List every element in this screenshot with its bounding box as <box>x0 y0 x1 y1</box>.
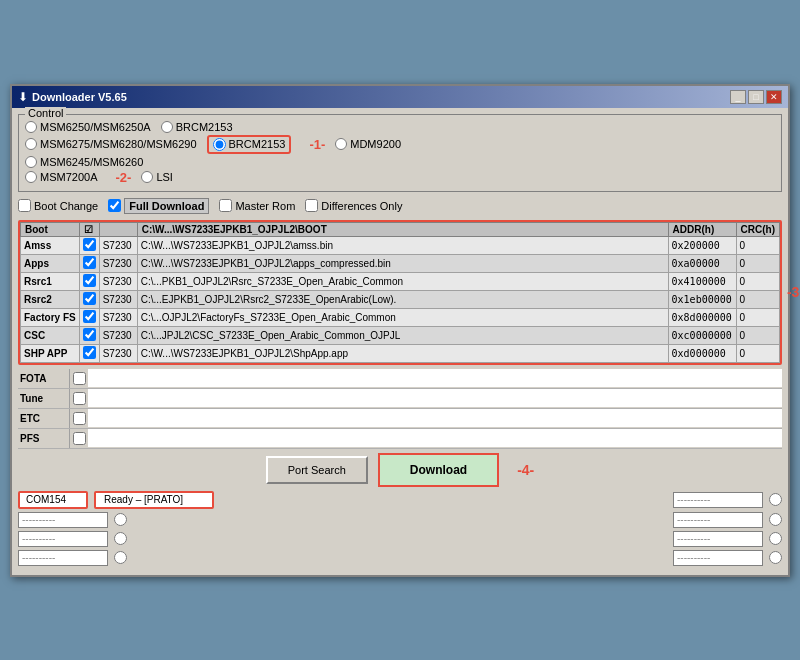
etc-input[interactable] <box>88 409 319 427</box>
full-download-checkbox[interactable] <box>108 199 121 212</box>
row-shpapp-name: SHP APP <box>21 344 80 362</box>
boot-change-checkbox[interactable] <box>18 199 31 212</box>
differences-only-checkbox[interactable] <box>305 199 318 212</box>
row-shpapp-check[interactable] <box>79 344 99 362</box>
radio-brcm1-input[interactable] <box>161 121 173 133</box>
fota-label: FOTA <box>18 369 70 388</box>
row-csc-name: CSC <box>21 326 80 344</box>
minimize-button[interactable]: _ <box>730 90 746 104</box>
row-rsrc1-path: C:\...PKB1_OJPJL2\Rsrc_S7233E_Open_Arabi… <box>137 272 668 290</box>
status-radio-left-4[interactable] <box>114 551 127 564</box>
table-row: Rsrc2 S7230 C:\...EJPKB1_OJPJL2\Rsrc2_S7… <box>21 290 780 308</box>
download-button[interactable]: Download <box>378 453 499 487</box>
row-factory-ver: S7230 <box>99 308 137 326</box>
row-apps-check[interactable] <box>79 254 99 272</box>
status-radio-right-3[interactable] <box>769 532 782 545</box>
row-rsrc1-check[interactable] <box>79 272 99 290</box>
etc-check[interactable] <box>70 412 88 425</box>
row-rsrc1-name: Rsrc1 <box>21 272 80 290</box>
row-rsrc2-ver: S7230 <box>99 290 137 308</box>
pfs-crc[interactable] <box>551 429 782 447</box>
status-radio-left-2[interactable] <box>114 513 127 526</box>
status-field-right-3: ---------- <box>673 531 763 547</box>
fota-check[interactable] <box>70 372 88 385</box>
radio-msm6245[interactable]: MSM6245/MSM6260 <box>25 156 143 168</box>
row-apps-ver: S7230 <box>99 254 137 272</box>
tune-crc[interactable] <box>551 389 782 407</box>
status-radio-left-3[interactable] <box>114 532 127 545</box>
radio-lsi[interactable]: LSI <box>141 171 173 183</box>
row-apps-path: C:\W...\WS7233EJPKB1_OJPJL2\apps_compres… <box>137 254 668 272</box>
maximize-button[interactable]: □ <box>748 90 764 104</box>
etc-addr[interactable] <box>319 409 550 427</box>
radio-lsi-input[interactable] <box>141 171 153 183</box>
row-shpapp-crc: 0 <box>736 344 779 362</box>
radio-brcm-1[interactable]: BRCM2153 <box>161 121 233 133</box>
status-radio-right-2[interactable] <box>769 513 782 526</box>
row-csc-check[interactable] <box>79 326 99 344</box>
extra-rows: FOTA Tune ETC PFS <box>18 369 782 449</box>
table-row: Amss S7230 C:\W...\WS7233EJPKB1_OJPJL2\a… <box>21 236 780 254</box>
row-factory-check[interactable] <box>79 308 99 326</box>
app-icon: ⬇ <box>18 90 28 104</box>
status-radio-right-4[interactable] <box>769 551 782 564</box>
row-rsrc2-path: C:\...EJPKB1_OJPJL2\Rsrc2_S7233E_OpenAra… <box>137 290 668 308</box>
tune-check[interactable] <box>70 392 88 405</box>
status-area: COM154 Ready – [PRATO] ---------- ------… <box>18 491 782 566</box>
row-pfs: PFS <box>18 429 782 449</box>
row-shpapp-path: C:\W...\WS7233EJPKB1_OJPJL2\ShpApp.app <box>137 344 668 362</box>
radio-brcm2-input[interactable] <box>213 138 226 151</box>
tune-addr[interactable] <box>319 389 550 407</box>
radio-msm6275-input[interactable] <box>25 138 37 150</box>
boot-change-option[interactable]: Boot Change <box>18 199 98 212</box>
ready-value: Ready – [PRATO] <box>104 494 183 505</box>
fota-input[interactable] <box>88 369 319 387</box>
radio-msm6275[interactable]: MSM6275/MSM6280/MSM6290 <box>25 138 197 150</box>
status-radio-1[interactable] <box>769 493 782 506</box>
row-rsrc2-name: Rsrc2 <box>21 290 80 308</box>
pfs-label: PFS <box>18 429 70 448</box>
radio-msm6250-input[interactable] <box>25 121 37 133</box>
table-body: Amss S7230 C:\W...\WS7233EJPKB1_OJPJL2\a… <box>21 236 780 362</box>
row-factory-path: C:\...OJPJL2\FactoryFs_S7233E_Open_Arabi… <box>137 308 668 326</box>
radio-mdm9200[interactable]: MDM9200 <box>335 138 401 150</box>
master-rom-checkbox[interactable] <box>219 199 232 212</box>
status-field-left-3: ---------- <box>18 531 108 547</box>
row-amss-check[interactable] <box>79 236 99 254</box>
close-button[interactable]: ✕ <box>766 90 782 104</box>
row-csc-addr: 0xc0000000 <box>668 326 736 344</box>
master-rom-option[interactable]: Master Rom <box>219 199 295 212</box>
etc-label: ETC <box>18 409 70 428</box>
radio-msm7200a-input[interactable] <box>25 171 37 183</box>
row-amss-name: Amss <box>21 236 80 254</box>
radio-msm6250[interactable]: MSM6250/MSM6250A <box>25 121 151 133</box>
radio-mdm9200-input[interactable] <box>335 138 347 150</box>
port-search-button[interactable]: Port Search <box>266 456 368 484</box>
com-port-box: COM154 <box>18 491 88 509</box>
fota-addr[interactable] <box>319 369 550 387</box>
radio-msm6245-input[interactable] <box>25 156 37 168</box>
row-rsrc2-check[interactable] <box>79 290 99 308</box>
tune-label: Tune <box>18 389 70 408</box>
pfs-input[interactable] <box>88 429 319 447</box>
status-row-3: ---------- ---------- <box>18 531 782 547</box>
pfs-addr[interactable] <box>319 429 550 447</box>
status-field-left-4: ---------- <box>18 550 108 566</box>
status-row-2: ---------- ---------- <box>18 512 782 528</box>
window-body: Control MSM6250/MSM6250A BRCM2153 MSM627… <box>12 108 788 575</box>
radio-msm7200a[interactable]: MSM7200A <box>25 171 97 183</box>
pfs-check[interactable] <box>70 432 88 445</box>
tune-input[interactable] <box>88 389 319 407</box>
etc-crc[interactable] <box>551 409 782 427</box>
differences-only-option[interactable]: Differences Only <box>305 199 402 212</box>
row-factory-addr: 0x8d000000 <box>668 308 736 326</box>
row-rsrc1-ver: S7230 <box>99 272 137 290</box>
radio-lsi-label: LSI <box>156 171 173 183</box>
status-field-left-2: ---------- <box>18 512 108 528</box>
full-download-option[interactable]: Full Download <box>108 198 209 214</box>
table-header-row: Boot ☑ C:\W...\WS7233EJPKB1_OJPJL2\BOOT … <box>21 222 780 236</box>
status-field-right-1: ---------- <box>673 492 763 508</box>
row-factory-name: Factory FS <box>21 308 80 326</box>
row-shpapp-addr: 0xd000000 <box>668 344 736 362</box>
fota-crc[interactable] <box>551 369 782 387</box>
